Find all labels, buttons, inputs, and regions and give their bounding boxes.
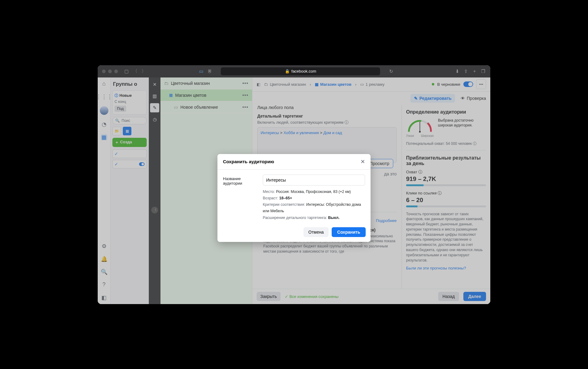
more-icon[interactable]: ••• (242, 81, 248, 86)
tree-item-ad[interactable]: ▭Новое объявление ••• (160, 101, 252, 113)
clock-icon[interactable]: ◷ (150, 115, 159, 124)
traffic-lights[interactable] (102, 70, 118, 73)
table-icon[interactable]: ▦ (101, 134, 107, 141)
list-row-1[interactable]: ✓ (112, 149, 147, 158)
campaign-card-btn[interactable]: Под (115, 106, 126, 112)
tree-item-campaign[interactable]: 🗀Цветочный магазин ••• (160, 77, 252, 89)
adset-icon: ▦ (169, 93, 173, 97)
nav-back-icon[interactable]: 〈 (132, 68, 138, 74)
share-icon[interactable]: ⇪ (463, 69, 469, 74)
audience-name-input[interactable] (263, 175, 365, 186)
collapse-icon[interactable]: ◧ (101, 294, 107, 301)
ad-icon: ▭ (174, 105, 178, 110)
crumb-ad[interactable]: ▭ 1 рекламу (360, 82, 385, 87)
info-icon[interactable]: ⓘ (473, 141, 477, 146)
more-icon[interactable]: ••• (242, 92, 248, 98)
clicks-value: 6 – 20 (406, 197, 486, 204)
bell-icon[interactable]: 🔔 (101, 256, 107, 262)
path-home[interactable]: Дом и сад (323, 130, 342, 135)
reload-icon[interactable]: ↻ (388, 69, 394, 74)
campaign-search-text: Поис (122, 119, 130, 123)
bottom-bar: Закрыть ✓Все изменения сохранены Назад Д… (252, 289, 490, 304)
gender-text: Лица любого пола (257, 105, 397, 110)
saved-indicator: ✓Все изменения сохранены (285, 294, 339, 299)
more-button[interactable]: ••• (476, 79, 486, 89)
path-interests[interactable]: Интересы (261, 130, 279, 135)
clicks-bar (406, 205, 486, 207)
campaign-column: Группы о ⓘНовые С конц Под 🔍 Поис 📁 ▦ ＋ … (111, 77, 149, 304)
info-icon[interactable]: ⓘ (418, 170, 422, 174)
audience-gauge: УзкаяШирокая (406, 118, 434, 137)
close-icon[interactable]: ✕ (360, 158, 365, 165)
crumb-adset[interactable]: ▦ Магазин цветов (315, 82, 352, 87)
list-row-2[interactable]: ✓ (112, 160, 147, 168)
download-icon[interactable]: ⬇ (454, 69, 460, 74)
path-hobby[interactable]: Хобби и увлечения (284, 130, 319, 135)
audience-msg: Выбрана достаточно широкая аудитория. (438, 118, 486, 128)
reach-value: 919 – 2,7K (406, 175, 486, 183)
vertical-toolbar: ✕ ▥ ✎ ◷ 〈 (149, 77, 160, 304)
results-title: Приблизительные результаты за день (406, 155, 486, 166)
sidebar-toggle-icon[interactable]: ▢ (123, 69, 130, 74)
collapse-round-icon[interactable]: 〈 (151, 207, 158, 213)
clicks-label: Клики по ссылке (406, 191, 437, 195)
back-button[interactable]: Назад (438, 292, 459, 301)
left-rail: ⌂ ⋮⋮⋮ ◔ ▦ ⚙ 🔔 🔍 ? ◧ (98, 77, 111, 304)
app-frame: ▢ 〈 〉 ▭ ⛨ 🔒 facebook.com ↻ ⬇ ⇪ ＋ ❐ ⌂ ⋮⋮⋮… (98, 65, 490, 304)
url-text: facebook.com (292, 69, 316, 73)
tab-edit[interactable]: ✎ Редактировать (410, 94, 455, 103)
status-dot (432, 83, 434, 85)
close-panel-icon[interactable]: ✕ (150, 80, 159, 89)
svg-point-1 (419, 131, 420, 132)
campaign-search[interactable]: 🔍 Поис (112, 117, 147, 124)
apps-icon[interactable]: ⋮⋮⋮ (101, 93, 107, 100)
create-button[interactable]: ＋ Созда (112, 138, 147, 147)
url-bar[interactable]: 🔒 facebook.com (221, 67, 380, 75)
tab-preview[interactable]: 👁 Проверка (461, 96, 486, 101)
newtab-icon[interactable]: ＋ (471, 68, 477, 74)
home-icon[interactable]: ⌂ (101, 81, 107, 87)
info-icon[interactable]: ⓘ (438, 191, 442, 195)
detail-targeting-title: Детальный таргетинг (257, 114, 397, 119)
crumb-campaign[interactable]: 🗀 Цветочный магазин (264, 82, 306, 87)
feedback-link[interactable]: Были ли эти прогнозы полезны? (406, 266, 466, 270)
campaign-card[interactable]: ⓘНовые С конц Под (112, 90, 147, 115)
content-area: ⌂ ⋮⋮⋮ ◔ ▦ ⚙ 🔔 🔍 ? ◧ Группы о ⓘНовые С ко… (98, 77, 490, 304)
modal-title: Сохранить аудиторию (223, 159, 274, 164)
side-panel: Определение аудитории УзкаяШирокая Выбра… (401, 105, 490, 289)
lock-icon: 🔒 (285, 69, 290, 73)
potential-reach: Потенциальный охват: 54 000 человек (406, 141, 472, 146)
audience-summary: Место: Россия: Москва, Профсоюзная, 83 (… (263, 189, 365, 221)
folder-view-icon[interactable]: 📁 (112, 127, 121, 135)
gear-icon[interactable]: ⚙ (101, 243, 107, 250)
grid-view-icon[interactable]: ▦ (123, 127, 131, 135)
folder-icon: 🗀 (164, 81, 168, 86)
panel-icon[interactable]: ◧ (257, 82, 260, 87)
gauge-icon[interactable]: ◔ (101, 121, 107, 128)
placements-more-link[interactable]: Подробнее (376, 218, 397, 223)
cancel-button[interactable]: Отмена (303, 227, 329, 237)
campaign-card-sub: С конц (115, 100, 145, 104)
next-button[interactable]: Далее (463, 292, 486, 301)
info-icon[interactable]: ⓘ (345, 120, 349, 125)
view-switch: 📁 ▦ (112, 127, 147, 135)
shield-icon[interactable]: ⛨ (207, 69, 213, 74)
avatar[interactable] (100, 106, 108, 115)
breadcrumb-bar: ◧ 🗀 Цветочный магазин › ▦ Магазин цветов… (252, 77, 490, 92)
pencil-icon[interactable]: ✎ (150, 103, 159, 112)
chart-icon[interactable]: ▥ (150, 92, 159, 101)
help-icon[interactable]: ? (101, 281, 107, 288)
tree-item-adset[interactable]: ▦Магазин цветов ••• (160, 89, 252, 101)
reader-icon[interactable]: ▭ (198, 69, 204, 74)
save-button[interactable]: Сохранить (332, 227, 366, 237)
detail-targeting-sub: Включить людей, соответствующих критерия… (257, 120, 344, 125)
close-button[interactable]: Закрыть (257, 292, 281, 301)
search-icon[interactable]: 🔍 (101, 269, 107, 275)
campaign-col-title: Группы о (112, 80, 147, 90)
check-icon: ✓ (285, 294, 288, 299)
draft-status: В черновике (437, 82, 460, 87)
status-toggle[interactable] (463, 81, 473, 87)
nav-fwd-icon[interactable]: 〉 (141, 68, 147, 74)
tabs-icon[interactable]: ❐ (480, 69, 486, 74)
more-icon[interactable]: ••• (242, 104, 248, 110)
